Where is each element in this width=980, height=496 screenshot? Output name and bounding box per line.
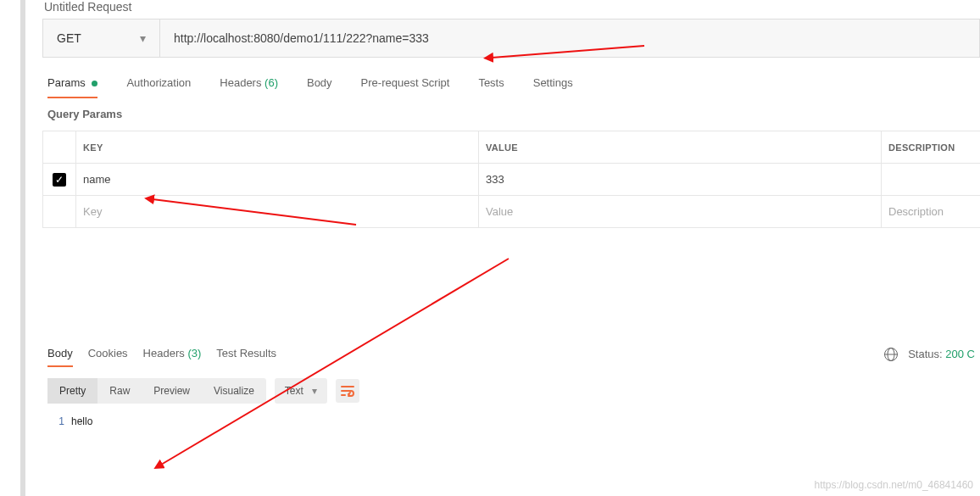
- resp-tab-cookies[interactable]: Cookies: [88, 342, 128, 366]
- param-description-cell[interactable]: [882, 164, 980, 195]
- view-preview-button[interactable]: Preview: [142, 378, 202, 404]
- chevron-down-icon: ▾: [140, 31, 146, 45]
- resp-tab-testresults[interactable]: Test Results: [216, 342, 276, 366]
- table-header-row: KEY VALUE DESCRIPTION: [42, 131, 980, 164]
- param-key-cell[interactable]: name: [76, 164, 479, 195]
- query-params-table: KEY VALUE DESCRIPTION ✓ name 333 Key Val…: [42, 131, 980, 228]
- view-raw-button[interactable]: Raw: [97, 378, 142, 404]
- param-value-cell[interactable]: 333: [479, 164, 882, 195]
- resp-tab-body[interactable]: Body: [47, 342, 73, 366]
- tab-settings[interactable]: Settings: [533, 73, 573, 98]
- url-input[interactable]: [160, 20, 979, 57]
- tab-params-label: Params: [47, 76, 86, 89]
- param-description-placeholder[interactable]: Description: [882, 196, 980, 227]
- table-row: ✓ name 333: [42, 164, 980, 196]
- response-line[interactable]: hello: [71, 415, 92, 427]
- param-value-placeholder[interactable]: Value: [479, 196, 882, 227]
- resp-tab-headers-label: Headers: [143, 347, 185, 359]
- query-params-label: Query Params: [42, 98, 980, 125]
- response-tabs: Body Cookies Headers (3) Test Results St…: [42, 342, 980, 366]
- view-pretty-button[interactable]: Pretty: [47, 378, 97, 404]
- tab-headers-count: (6): [264, 76, 278, 89]
- table-header-value: VALUE: [479, 131, 882, 163]
- tab-prerequest[interactable]: Pre-request Script: [361, 73, 450, 98]
- status-label: Status:: [908, 348, 942, 360]
- format-dropdown[interactable]: Text ▾: [275, 378, 327, 404]
- table-header-key: KEY: [76, 131, 479, 163]
- tab-headers[interactable]: Headers (6): [220, 73, 278, 98]
- view-visualize-button[interactable]: Visualize: [202, 378, 266, 404]
- tab-tests[interactable]: Tests: [478, 73, 504, 98]
- check-icon: ✓: [53, 173, 66, 187]
- view-mode-segment: Pretty Raw Preview Visualize: [47, 378, 266, 404]
- table-header-description: DESCRIPTION: [882, 131, 980, 163]
- param-key-placeholder[interactable]: Key: [76, 196, 479, 227]
- status-code: 200 C: [945, 348, 975, 360]
- tab-authorization[interactable]: Authorization: [126, 73, 191, 98]
- globe-icon[interactable]: [884, 348, 898, 361]
- params-indicator-dot: [92, 81, 97, 86]
- response-toolbar: Pretty Raw Preview Visualize Text ▾: [42, 366, 980, 410]
- resp-tab-headers[interactable]: Headers (3): [143, 342, 202, 366]
- status-block: Status: 200 C: [908, 348, 975, 360]
- watermark: https://blog.csdn.net/m0_46841460: [815, 479, 973, 491]
- tab-params[interactable]: Params: [47, 73, 97, 98]
- wrap-lines-button[interactable]: [336, 379, 359, 403]
- resp-tab-headers-count: (3): [187, 347, 201, 359]
- table-row-empty: Key Value Description: [42, 196, 980, 228]
- row-checkbox-empty[interactable]: [42, 196, 76, 227]
- row-checkbox[interactable]: ✓: [42, 164, 76, 195]
- method-dropdown[interactable]: GET ▾: [43, 20, 160, 57]
- response-body: 1 hello: [42, 410, 980, 427]
- format-label: Text: [285, 385, 303, 397]
- method-label: GET: [57, 31, 81, 45]
- tab-headers-label: Headers: [220, 76, 261, 89]
- chevron-down-icon: ▾: [312, 385, 317, 397]
- table-header-check: [42, 131, 76, 163]
- tab-body[interactable]: Body: [307, 73, 332, 98]
- request-bar: GET ▾: [42, 19, 980, 58]
- request-title: Untitled Request: [42, 0, 980, 19]
- line-number: 1: [51, 415, 71, 427]
- request-tabs: Params Authorization Headers (6) Body Pr…: [42, 73, 980, 98]
